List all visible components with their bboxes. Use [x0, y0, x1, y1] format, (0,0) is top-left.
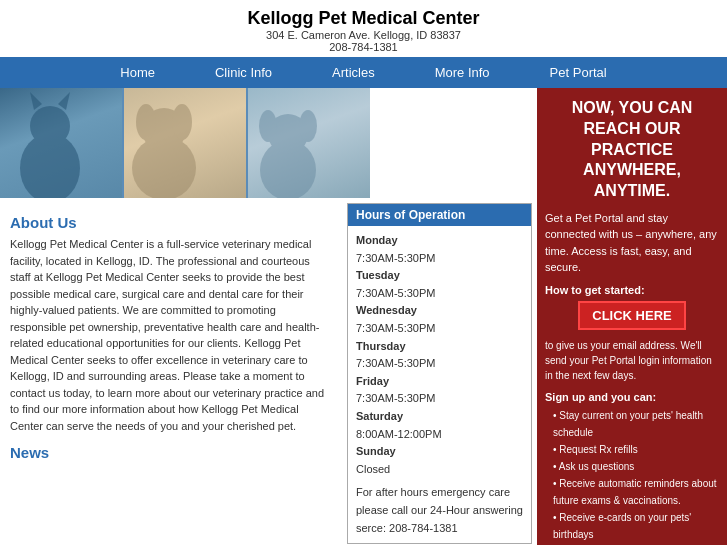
site-address: 304 E. Cameron Ave. Kellogg, ID 83837	[0, 29, 727, 41]
svg-marker-2	[30, 92, 42, 110]
hours-thursday: Thursday7:30AM-5:30PM	[356, 338, 523, 373]
nav-clinic-info[interactable]: Clinic Info	[185, 57, 302, 88]
about-heading: About Us	[10, 214, 332, 231]
nav-pet-portal[interactable]: Pet Portal	[520, 57, 637, 88]
header: Kellogg Pet Medical Center 304 E. Camero…	[0, 0, 727, 57]
hours-box: Hours of Operation Monday7:30AM-5:30PM T…	[347, 203, 532, 544]
hero-cat-image	[0, 88, 122, 198]
svg-point-6	[136, 104, 156, 140]
hours-sunday: SundayClosed	[356, 443, 523, 478]
main-nav: Home Clinic Info Articles More Info Pet …	[0, 57, 727, 88]
hero-dog2-image	[248, 88, 370, 198]
svg-point-7	[172, 104, 192, 140]
hours-friday: Friday7:30AM-5:30PM	[356, 373, 523, 408]
nav-articles[interactable]: Articles	[302, 57, 405, 88]
right-sidebar: Hours of Operation Monday7:30AM-5:30PM T…	[342, 198, 537, 545]
hero-image	[0, 88, 370, 198]
signup-item: Receive automatic reminders about future…	[553, 475, 719, 509]
signup-item: Stay current on your pets' health schedu…	[553, 407, 719, 441]
nav-home[interactable]: Home	[90, 57, 185, 88]
promo-body: Get a Pet Portal and stay connected with…	[545, 210, 719, 276]
hours-monday: Monday7:30AM-5:30PM	[356, 232, 523, 267]
svg-marker-3	[58, 92, 70, 110]
how-started-label: How to get started:	[545, 284, 719, 296]
site-title: Kellogg Pet Medical Center	[0, 8, 727, 29]
hero-dog1-image	[124, 88, 246, 198]
signup-item: Request Rx refills	[553, 441, 719, 458]
promo-box: NOW, YOU CAN REACH OUR PRACTICE ANYWHERE…	[537, 88, 727, 545]
hours-content: Monday7:30AM-5:30PM Tuesday7:30AM-5:30PM…	[348, 226, 531, 543]
content-area: About Us Kellogg Pet Medical Center is a…	[0, 198, 537, 545]
hours-tuesday: Tuesday7:30AM-5:30PM	[356, 267, 523, 302]
hours-title: Hours of Operation	[348, 204, 531, 226]
svg-point-11	[299, 110, 317, 142]
news-heading: News	[10, 444, 332, 461]
promo-subtext: to give us your email address. We'll sen…	[545, 338, 719, 383]
hours-saturday: Saturday8:00AM-12:00PM	[356, 408, 523, 443]
signup-list: Stay current on your pets' health schedu…	[545, 407, 719, 543]
hours-afterhours: For after hours emergency care please ca…	[356, 484, 523, 537]
page-body: About Us Kellogg Pet Medical Center is a…	[0, 88, 727, 545]
signup-item: Ask us questions	[553, 458, 719, 475]
about-body: Kellogg Pet Medical Center is a full-ser…	[10, 236, 332, 434]
svg-point-1	[30, 106, 70, 146]
nav-more-info[interactable]: More Info	[405, 57, 520, 88]
left-content: About Us Kellogg Pet Medical Center is a…	[0, 198, 342, 545]
signup-heading: Sign up and you can:	[545, 391, 719, 403]
site-phone: 208-784-1381	[0, 41, 727, 53]
svg-point-10	[259, 110, 277, 142]
main-content: About Us Kellogg Pet Medical Center is a…	[0, 88, 537, 545]
click-here-button[interactable]: CLICK HERE	[578, 301, 685, 330]
hours-wednesday: Wednesday7:30AM-5:30PM	[356, 302, 523, 337]
signup-item: Receive e-cards on your pets' birthdays	[553, 509, 719, 543]
promo-headline: NOW, YOU CAN REACH OUR PRACTICE ANYWHERE…	[545, 98, 719, 202]
